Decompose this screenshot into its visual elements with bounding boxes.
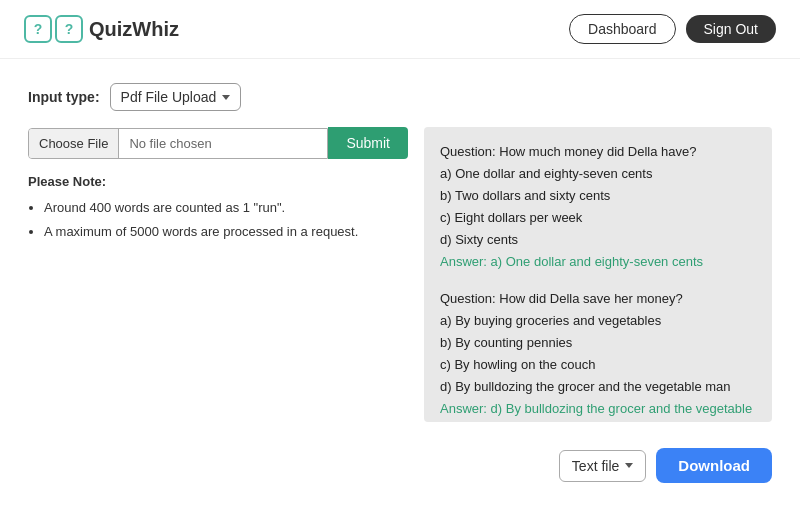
header-nav: Dashboard Sign Out: [569, 14, 776, 44]
dashboard-button[interactable]: Dashboard: [569, 14, 676, 44]
logo-box-left: ?: [24, 15, 52, 43]
note-area: Please Note: Around 400 words are counte…: [28, 171, 408, 245]
header: ? ? QuizWhiz Dashboard Sign Out: [0, 0, 800, 59]
content-area: Choose File No file chosen Submit Please…: [28, 127, 772, 422]
note-item-2: A maximum of 5000 words are processed in…: [44, 221, 408, 243]
input-type-value: Pdf File Upload: [121, 89, 217, 105]
question-block-2: Question: How did Della save her money? …: [440, 288, 756, 422]
file-type-select[interactable]: Text file: [559, 450, 646, 482]
choose-file-button[interactable]: Choose File: [29, 129, 119, 158]
note-item-1: Around 400 words are counted as 1 "run".: [44, 197, 408, 219]
main-content: Input type: Pdf File Upload Choose File …: [0, 59, 800, 438]
logo-icon: ? ?: [24, 15, 83, 43]
option-1a: a) One dollar and eighty-seven cents: [440, 163, 756, 185]
chevron-down-icon: [222, 95, 230, 100]
file-input-wrapper: Choose File No file chosen: [28, 128, 328, 159]
signout-button[interactable]: Sign Out: [686, 15, 776, 43]
file-name-text: No file chosen: [119, 129, 327, 158]
question-text-1: Question: How much money did Della have?: [440, 141, 756, 163]
download-button[interactable]: Download: [656, 448, 772, 483]
logo-text: QuizWhiz: [89, 18, 179, 41]
input-type-label: Input type:: [28, 89, 100, 105]
input-type-row: Input type: Pdf File Upload: [28, 83, 772, 111]
question-text-2: Question: How did Della save her money?: [440, 288, 756, 310]
option-2d: d) By bulldozing the grocer and the vege…: [440, 376, 756, 398]
file-type-label: Text file: [572, 458, 619, 474]
file-upload-row: Choose File No file chosen Submit: [28, 127, 408, 159]
quiz-panel[interactable]: Question: How much money did Della have?…: [424, 127, 772, 422]
input-type-select[interactable]: Pdf File Upload: [110, 83, 242, 111]
chevron-down-icon-2: [625, 463, 633, 468]
logo-box-right: ?: [55, 15, 83, 43]
logo-area: ? ? QuizWhiz: [24, 15, 179, 43]
left-panel: Choose File No file chosen Submit Please…: [28, 127, 408, 245]
bottom-bar: Text file Download: [0, 438, 800, 483]
note-list: Around 400 words are counted as 1 "run".…: [28, 197, 408, 243]
answer-2: Answer: d) By bulldozing the grocer and …: [440, 398, 756, 422]
option-1c: c) Eight dollars per week: [440, 207, 756, 229]
option-2b: b) By counting pennies: [440, 332, 756, 354]
note-title: Please Note:: [28, 171, 408, 193]
option-2c: c) By howling on the couch: [440, 354, 756, 376]
option-2a: a) By buying groceries and vegetables: [440, 310, 756, 332]
answer-1: Answer: a) One dollar and eighty-seven c…: [440, 251, 756, 273]
submit-button[interactable]: Submit: [328, 127, 408, 159]
option-1b: b) Two dollars and sixty cents: [440, 185, 756, 207]
option-1d: d) Sixty cents: [440, 229, 756, 251]
question-block-1: Question: How much money did Della have?…: [440, 141, 756, 274]
